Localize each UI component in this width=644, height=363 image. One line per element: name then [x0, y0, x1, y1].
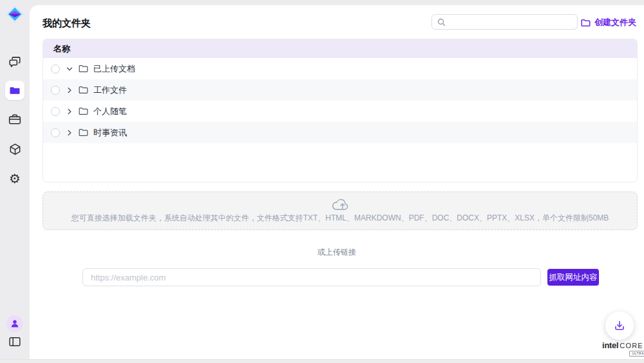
page-title: 我的文件夹	[43, 17, 91, 30]
create-folder-button[interactable]: 创建文件夹	[581, 16, 636, 29]
chevron-right-icon[interactable]	[66, 129, 73, 137]
sidebar-item-packages[interactable]	[5, 139, 24, 159]
chevron-right-icon[interactable]	[66, 86, 73, 94]
folder-icon	[79, 86, 88, 94]
gem-logo-icon	[5, 5, 24, 24]
row-checkbox[interactable]	[51, 107, 60, 116]
folder-name: 个人随笔	[93, 106, 127, 117]
chevron-down-icon[interactable]	[66, 65, 73, 73]
folder-icon	[9, 86, 21, 95]
window-bottom-edge	[0, 359, 644, 363]
sidebar-item-folders[interactable]	[5, 81, 24, 100]
url-input[interactable]	[82, 268, 541, 286]
sidebar-item-settings[interactable]: ⚙	[5, 169, 24, 188]
panel-layout-icon	[9, 337, 21, 347]
download-tray-icon	[614, 320, 625, 331]
sidebar-item-workspace[interactable]	[5, 110, 24, 129]
search-input[interactable]	[450, 17, 577, 26]
folder-icon	[79, 128, 88, 137]
upload-dropzone[interactable]: 您可直接选择加载文件夹，系统自动处理其中的文件，文件格式支持TXT、HTML、M…	[43, 191, 638, 230]
chevron-right-icon[interactable]	[66, 108, 73, 115]
cube-icon	[9, 143, 21, 155]
row-checkbox[interactable]	[51, 128, 60, 137]
table-row[interactable]: 时事资讯	[43, 122, 637, 143]
sidebar-item-profile[interactable]	[5, 314, 24, 333]
chat-icon	[8, 56, 21, 68]
sidebar: ⚙	[0, 0, 30, 363]
briefcase-icon	[8, 113, 21, 125]
folder-name: 已上传文档	[93, 63, 135, 75]
intel-text: intel	[602, 340, 618, 350]
download-fab-button[interactable]	[605, 311, 634, 340]
search-box	[431, 14, 578, 30]
create-folder-label: 创建文件夹	[594, 17, 636, 28]
core-text: core	[620, 342, 643, 349]
row-checkbox[interactable]	[51, 64, 60, 74]
table-header: 名称	[43, 39, 637, 58]
folder-table: 名称 已上传文档 工作文件	[43, 39, 638, 182]
intel-wordmark: intel core	[602, 340, 643, 350]
person-icon	[10, 319, 20, 329]
sidebar-item-chat[interactable]	[5, 52, 24, 72]
upload-hint: 您可直接选择加载文件夹，系统自动处理其中的文件，文件格式支持TXT、HTML、M…	[71, 213, 609, 224]
or-upload-link-label: 或上传链接	[30, 247, 644, 258]
gear-icon: ⚙	[9, 172, 21, 185]
fetch-url-button[interactable]: 抓取网址内容	[547, 269, 599, 286]
table-row[interactable]: 已上传文档	[43, 58, 637, 79]
folder-plus-icon	[581, 19, 591, 27]
folder-icon	[79, 64, 88, 73]
ultra-badge: ultra	[629, 351, 644, 357]
folder-name: 时事资讯	[93, 127, 127, 139]
intel-core-ultra-logo: intel core ultra	[596, 340, 644, 357]
table-row[interactable]: 个人随笔	[43, 101, 637, 122]
column-name: 名称	[53, 43, 70, 55]
avatar	[6, 315, 23, 332]
row-checkbox[interactable]	[51, 86, 60, 95]
app-logo	[5, 5, 24, 24]
cloud-upload-icon	[330, 198, 350, 211]
folder-name: 工作文件	[93, 84, 127, 96]
sidebar-item-toggle-panel[interactable]	[5, 332, 24, 351]
folder-icon	[79, 107, 88, 115]
main-panel: 我的文件夹 创建文件夹 名称 已上传文档	[30, 5, 644, 363]
table-row[interactable]: 工作文件	[43, 79, 637, 101]
search-icon	[437, 18, 446, 26]
